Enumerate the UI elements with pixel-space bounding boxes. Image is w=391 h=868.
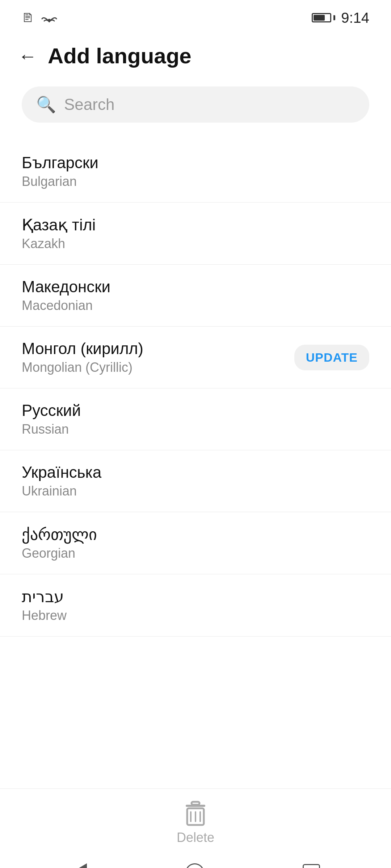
language-native-kazakh: Қазақ тілі bbox=[22, 216, 96, 234]
status-icons: 🖹 bbox=[22, 11, 57, 25]
language-text-russian: Русский Russian bbox=[22, 401, 81, 437]
battery-icon bbox=[312, 13, 335, 22]
language-english-mongolian: Mongolian (Cyrillic) bbox=[22, 360, 143, 375]
update-badge-mongolian[interactable]: UPDATE bbox=[294, 345, 369, 370]
search-container: 🔍 Search bbox=[0, 76, 391, 133]
language-english-macedonian: Macedonian bbox=[22, 298, 110, 313]
nav-bar bbox=[0, 856, 391, 868]
sim-icon: 🖹 bbox=[22, 11, 34, 25]
language-native-ukrainian: Українська bbox=[22, 463, 101, 481]
nav-home-button[interactable] bbox=[185, 863, 204, 868]
bottom-bar: Delete bbox=[0, 788, 391, 868]
header: ← Add language bbox=[0, 29, 391, 76]
language-item-mongolian[interactable]: Монгол (кирилл) Mongolian (Cyrillic) UPD… bbox=[0, 327, 391, 388]
back-triangle-icon bbox=[71, 863, 87, 868]
nav-recent-button[interactable] bbox=[303, 864, 320, 868]
language-native-macedonian: Македонски bbox=[22, 278, 110, 296]
home-circle-icon bbox=[185, 863, 204, 868]
language-text-hebrew: עברית Hebrew bbox=[22, 587, 67, 623]
language-text-kazakh: Қазақ тілі Kazakh bbox=[22, 216, 96, 251]
language-item-macedonian[interactable]: Македонски Macedonian bbox=[0, 265, 391, 327]
language-list: Български Bulgarian Қазақ тілі Kazakh Ма… bbox=[0, 133, 391, 644]
language-english-russian: Russian bbox=[22, 422, 81, 437]
language-item-bulgarian[interactable]: Български Bulgarian bbox=[0, 141, 391, 203]
svg-rect-1 bbox=[192, 802, 199, 805]
language-native-hebrew: עברית bbox=[22, 587, 67, 606]
language-item-hebrew[interactable]: עברית Hebrew bbox=[0, 574, 391, 637]
language-native-mongolian: Монгол (кирилл) bbox=[22, 340, 143, 358]
language-native-bulgarian: Български bbox=[22, 154, 98, 172]
language-native-russian: Русский bbox=[22, 401, 81, 420]
status-bar: 🖹 9:14 bbox=[0, 0, 391, 29]
language-text-mongolian: Монгол (кирилл) Mongolian (Cyrillic) bbox=[22, 340, 143, 375]
delete-button[interactable]: Delete bbox=[177, 800, 214, 845]
language-text-bulgarian: Български Bulgarian bbox=[22, 154, 98, 189]
language-item-ukrainian[interactable]: Українська Ukrainian bbox=[0, 450, 391, 512]
search-bar[interactable]: 🔍 Search bbox=[22, 86, 369, 123]
language-english-ukrainian: Ukrainian bbox=[22, 484, 101, 499]
page-title: Add language bbox=[48, 43, 192, 68]
language-native-georgian: ქართული bbox=[22, 525, 97, 544]
time-display: 9:14 bbox=[341, 10, 369, 26]
trash-icon bbox=[183, 800, 208, 827]
wifi-icon bbox=[41, 12, 57, 24]
language-item-russian[interactable]: Русский Russian bbox=[0, 388, 391, 450]
language-item-kazakh[interactable]: Қазақ тілі Kazakh bbox=[0, 203, 391, 265]
language-english-kazakh: Kazakh bbox=[22, 236, 96, 251]
search-icon: 🔍 bbox=[36, 95, 56, 114]
recent-square-icon bbox=[303, 864, 320, 868]
language-text-ukrainian: Українська Ukrainian bbox=[22, 463, 101, 499]
delete-section: Delete bbox=[0, 788, 391, 856]
delete-label: Delete bbox=[177, 830, 214, 845]
language-english-georgian: Georgian bbox=[22, 546, 97, 561]
language-text-georgian: ქართული Georgian bbox=[22, 525, 97, 561]
language-english-bulgarian: Bulgarian bbox=[22, 174, 98, 189]
language-english-hebrew: Hebrew bbox=[22, 608, 67, 623]
status-right: 9:14 bbox=[312, 10, 369, 26]
search-placeholder: Search bbox=[64, 95, 114, 114]
nav-back-button[interactable] bbox=[71, 863, 87, 868]
language-text-macedonian: Македонски Macedonian bbox=[22, 278, 110, 313]
language-item-georgian[interactable]: ქართული Georgian bbox=[0, 512, 391, 574]
back-button[interactable]: ← bbox=[18, 47, 37, 65]
